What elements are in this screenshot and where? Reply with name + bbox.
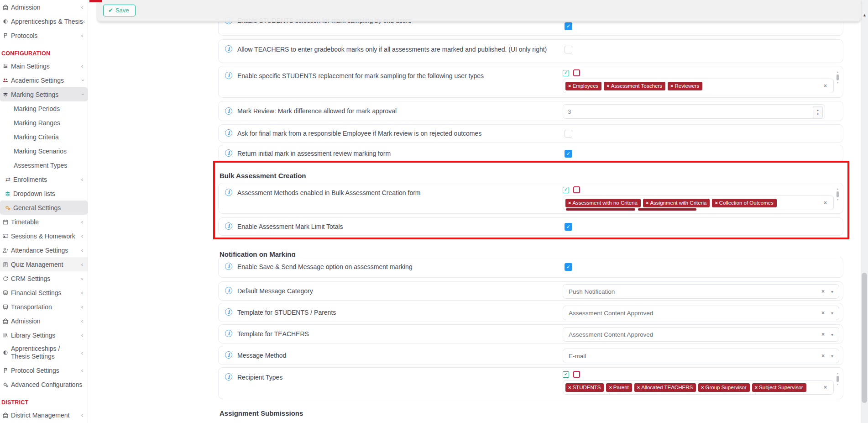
- sidebar-item-apprenticeships-thesis[interactable]: Apprenticeships & Thesis ‹: [0, 14, 88, 28]
- tag[interactable]: ×Subject Supervisor: [752, 383, 806, 392]
- deselect-all-icon[interactable]: [573, 371, 580, 378]
- scroll-down-icon[interactable]: ▼: [837, 198, 839, 201]
- tag-remove-icon[interactable]: ×: [670, 83, 673, 89]
- sidebar-item-quiz-management[interactable]: Quiz Management ‹: [0, 257, 88, 271]
- clear-all-icon[interactable]: ×: [824, 384, 827, 391]
- sidebar-item-transportation[interactable]: Transportation ‹: [0, 300, 88, 314]
- sidebar-item-marking-scenarios[interactable]: Marking Scenarios: [0, 144, 88, 158]
- spinner-down-icon[interactable]: ▼: [816, 112, 819, 116]
- checkbox-checked[interactable]: ✓: [565, 22, 572, 30]
- info-icon[interactable]: i: [225, 107, 232, 115]
- sidebar-item-marking-periods[interactable]: Marking Periods: [0, 101, 88, 116]
- sidebar-item-timetable[interactable]: Timetable ‹: [0, 215, 88, 229]
- sidebar-item-protocol-settings[interactable]: Protocol Settings ‹: [0, 363, 88, 377]
- mini-scrollbar[interactable]: ▲ ▼: [835, 372, 840, 386]
- info-icon[interactable]: i: [225, 287, 232, 294]
- checkbox-checked[interactable]: ✓: [565, 150, 572, 158]
- sidebar-item-library-settings[interactable]: Library Settings ‹: [0, 328, 88, 342]
- info-icon[interactable]: i: [225, 45, 232, 53]
- sidebar-item-sessions-homework[interactable]: Sessions & Homework ‹: [0, 229, 88, 243]
- spinner-up-icon[interactable]: ▲: [816, 108, 819, 112]
- select-all-icon[interactable]: ✓: [563, 70, 569, 76]
- sidebar-item-district-management[interactable]: District Management ‹: [0, 408, 88, 422]
- save-button[interactable]: ✔ Save: [103, 5, 136, 16]
- sidebar-item-financial-settings[interactable]: Financial Settings ‹: [0, 286, 88, 300]
- tag[interactable]: ×STUDENTS: [565, 383, 604, 392]
- select-all-icon[interactable]: ✓: [563, 187, 569, 193]
- sidebar-item-apprenticeships-thesis-settings[interactable]: Apprenticeships / Thesis Settings ‹: [0, 342, 88, 363]
- clear-icon[interactable]: ×: [821, 331, 825, 338]
- sidebar-item-attendance-settings[interactable]: Attendance Settings ‹: [0, 243, 88, 257]
- tag[interactable]: ×Reviewers: [668, 82, 702, 90]
- tag[interactable]: ×Assessment with no Criteria: [565, 199, 641, 207]
- tag-remove-icon[interactable]: ×: [646, 200, 648, 206]
- info-icon[interactable]: i: [225, 149, 232, 157]
- sidebar-item-crm-settings[interactable]: CRM Settings ‹: [0, 271, 88, 286]
- multiselect-input[interactable]: ×Employees ×Assessment Teachers ×Reviewe…: [563, 79, 834, 93]
- scroll-down-icon[interactable]: ▼: [837, 81, 839, 84]
- clear-all-icon[interactable]: ×: [824, 83, 827, 89]
- info-icon[interactable]: i: [225, 308, 232, 316]
- tag-remove-icon[interactable]: ×: [568, 83, 571, 89]
- tag-remove-icon[interactable]: ×: [568, 200, 571, 206]
- checkbox-checked[interactable]: ✓: [565, 263, 572, 271]
- sidebar-item-marking-settings[interactable]: Marking Settings ‹: [0, 87, 88, 101]
- select-all-icon[interactable]: ✓: [563, 371, 569, 378]
- page-scrollbar[interactable]: ▲: [861, 0, 868, 423]
- mini-scrollbar-thumb[interactable]: [837, 191, 839, 197]
- sidebar-item-admission-2[interactable]: Admission ‹: [0, 314, 88, 328]
- sidebar-item-main-settings[interactable]: Main Settings ‹: [0, 59, 88, 73]
- sidebar-item-admission[interactable]: Admission ‹: [0, 0, 88, 14]
- deselect-all-icon[interactable]: [573, 69, 580, 76]
- sidebar-item-marking-ranges[interactable]: Marking Ranges: [0, 116, 88, 130]
- info-icon[interactable]: i: [225, 263, 232, 270]
- tag[interactable]: ×Parent: [606, 383, 632, 392]
- clear-icon[interactable]: ×: [821, 288, 825, 295]
- tag[interactable]: ×Assessment Teachers: [604, 82, 665, 90]
- spinner[interactable]: ▲ ▼: [813, 106, 823, 118]
- sidebar-item-enrollments[interactable]: ⇄ Enrollments ‹: [0, 172, 88, 186]
- tag[interactable]: ×Assignment with Criteria: [643, 199, 710, 207]
- sidebar-item-dropdown-lists[interactable]: Dropdown lists: [0, 186, 88, 201]
- mini-scrollbar[interactable]: ▲ ▼: [835, 70, 840, 84]
- clear-all-icon[interactable]: ×: [824, 200, 827, 206]
- tag[interactable]: ×Group Supervisor: [698, 383, 750, 392]
- number-input[interactable]: 3 ▲ ▼: [563, 104, 825, 119]
- tag-remove-icon[interactable]: ×: [715, 200, 717, 206]
- tag-remove-icon[interactable]: ×: [755, 385, 758, 390]
- scroll-up-icon[interactable]: ▲: [863, 13, 867, 17]
- select-input[interactable]: E-mail × ▾: [563, 349, 839, 363]
- tag[interactable]: ×Employees: [565, 82, 601, 90]
- select-input[interactable]: Assessment Content Approved × ▾: [563, 327, 839, 342]
- tag-remove-icon[interactable]: ×: [701, 385, 704, 390]
- page-scrollbar-thumb[interactable]: [862, 273, 867, 403]
- clear-icon[interactable]: ×: [821, 310, 825, 316]
- sidebar-item-general-settings[interactable]: General Settings: [0, 201, 88, 215]
- scroll-up-icon[interactable]: ▲: [837, 187, 839, 190]
- sidebar-item-advanced-configurations[interactable]: Advanced Configurations: [0, 377, 88, 391]
- checkbox-unchecked[interactable]: [565, 130, 572, 137]
- tag[interactable]: ×Collection of Outcomes: [712, 199, 776, 207]
- mini-scrollbar-thumb[interactable]: [837, 74, 839, 80]
- tag-remove-icon[interactable]: ×: [607, 83, 609, 89]
- multiselect-input[interactable]: ×Assessment with no Criteria ×Assignment…: [563, 196, 834, 210]
- select-input[interactable]: Push Notification × ▾: [563, 284, 839, 299]
- select-input[interactable]: Assessment Content Approved × ▾: [563, 306, 839, 320]
- sidebar-item-protocols[interactable]: Protocols ‹: [0, 28, 88, 42]
- info-icon[interactable]: i: [225, 189, 232, 196]
- scroll-down-icon[interactable]: ▼: [837, 383, 839, 386]
- checkbox-checked[interactable]: ✓: [565, 223, 572, 231]
- info-icon[interactable]: i: [225, 330, 232, 337]
- mini-scrollbar-thumb[interactable]: [837, 376, 839, 382]
- info-icon[interactable]: i: [225, 373, 232, 381]
- checkbox-unchecked[interactable]: [565, 46, 572, 53]
- tag-remove-icon[interactable]: ×: [568, 385, 571, 390]
- tag-remove-icon[interactable]: ×: [609, 385, 612, 390]
- sidebar-item-assessment-types[interactable]: Assessment Types: [0, 158, 88, 172]
- multiselect-input[interactable]: ×STUDENTS ×Parent ×Allocated TEACHERS ×G…: [563, 380, 834, 395]
- info-icon[interactable]: i: [225, 129, 232, 137]
- sidebar-item-academic-settings[interactable]: Academic Settings ‹: [0, 73, 88, 87]
- info-icon[interactable]: i: [225, 222, 232, 230]
- info-icon[interactable]: i: [225, 351, 232, 359]
- info-icon[interactable]: i: [225, 72, 232, 79]
